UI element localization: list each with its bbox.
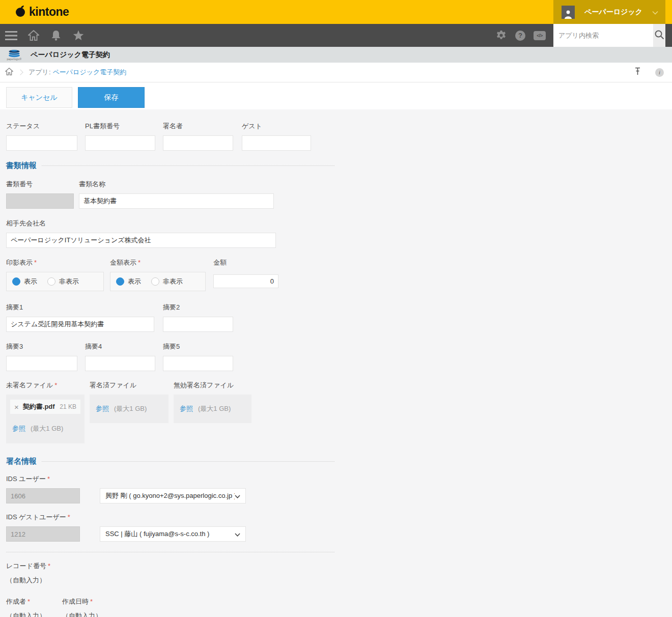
partner-company-label: 相手先会社名	[6, 219, 276, 228]
app-header: paperlogic® ペーパロジック電子契約	[0, 47, 672, 63]
user-avatar-icon	[562, 6, 575, 19]
help-icon[interactable]: ?	[513, 29, 527, 43]
file-size-limit: (最大1 GB)	[114, 404, 147, 413]
summary2-label: 摘要2	[163, 303, 233, 312]
pin-icon[interactable]	[634, 67, 641, 77]
top-bar: kintone ペーパーロジック	[0, 0, 672, 24]
created-at-label: 作成日時*	[62, 598, 93, 605]
invalid-signed-file-browse-link[interactable]: 参照	[180, 404, 193, 413]
section-doc-info-title: 書類情報	[6, 161, 37, 171]
radio-unselected-icon	[151, 277, 159, 286]
summary4-label: 摘要4	[85, 342, 155, 351]
kintone-logo-icon	[15, 5, 26, 19]
invalid-signed-file-dropzone: 参照 (最大1 GB)	[174, 395, 251, 423]
stamp-display-option-hide[interactable]: 非表示	[47, 277, 79, 286]
notifications-bell-icon[interactable]	[49, 29, 63, 43]
paperlogic-logo-caption: paperlogic®	[7, 58, 22, 61]
action-bar: キャンセル 保存	[0, 82, 672, 109]
status-input[interactable]	[6, 135, 77, 151]
brand-name: kintone	[29, 5, 69, 19]
required-mark: *	[54, 381, 57, 389]
summary3-input[interactable]	[6, 356, 77, 371]
ids-user-code-input	[6, 488, 80, 503]
hamburger-menu-icon[interactable]	[4, 29, 18, 43]
kintone-logo[interactable]: kintone	[15, 5, 69, 19]
breadcrumb-home-icon[interactable]	[5, 68, 13, 77]
remove-file-icon[interactable]: ×	[14, 403, 19, 411]
amount-label: 金額	[213, 258, 278, 267]
search-button[interactable]	[653, 24, 665, 47]
doc-name-label: 書類名称	[79, 180, 274, 189]
ids-guest-user-label: IDS ゲストユーザー*	[6, 513, 672, 522]
radio-selected-icon	[12, 277, 20, 286]
doc-name-input[interactable]	[79, 193, 274, 209]
breadcrumb-prefix: アプリ:	[29, 68, 51, 77]
amount-display-option-hide[interactable]: 非表示	[151, 277, 183, 286]
summary1-input[interactable]	[6, 317, 154, 332]
cancel-button[interactable]: キャンセル	[6, 87, 72, 108]
record-no-value: （自動入力）	[6, 576, 672, 585]
search-input[interactable]	[553, 24, 653, 47]
invalid-signed-file-label: 無効署名済ファイル	[174, 381, 251, 390]
attached-file: × 契約書.pdf 21 KB	[10, 400, 80, 414]
global-toolbar: ? </>	[0, 24, 672, 47]
ids-user-label: IDS ユーザー*	[6, 474, 672, 484]
amount-display-option-show[interactable]: 表示	[116, 277, 141, 286]
app-title: ペーパロジック電子契約	[31, 50, 110, 60]
stamp-display-option-show[interactable]: 表示	[12, 277, 37, 286]
required-mark: *	[27, 598, 30, 605]
save-button[interactable]: 保存	[78, 87, 145, 108]
record-edit-form: ステータス PL書類番号 署名者 ゲスト 書類情報 書類番号 書類名称	[0, 109, 672, 617]
pl-doc-no-label: PL書類番号	[85, 122, 155, 131]
code-api-icon[interactable]: </>	[533, 29, 547, 43]
section-sign-info: 署名情報	[6, 457, 334, 466]
guest-input[interactable]	[242, 135, 311, 151]
summary1-label: 摘要1	[6, 303, 154, 312]
created-at-value: （自動入力）	[62, 611, 102, 617]
signed-file-dropzone: 参照 (最大1 GB)	[90, 395, 169, 423]
favorites-star-icon[interactable]	[71, 29, 86, 43]
search-icon	[654, 30, 664, 41]
file-size-limit: (最大1 GB)	[31, 424, 63, 433]
select-chevron-icon	[235, 529, 240, 539]
unsigned-file-browse-link[interactable]: 参照	[12, 424, 25, 433]
user-menu[interactable]: ペーパーロジック	[553, 0, 665, 24]
breadcrumb-app-link[interactable]: ペーパロジック電子契約	[53, 68, 127, 77]
settings-gear-icon[interactable]	[494, 29, 508, 43]
info-icon[interactable]: i	[655, 68, 664, 77]
required-mark: *	[68, 513, 70, 521]
file-name[interactable]: 契約書.pdf	[23, 402, 55, 411]
required-mark: *	[48, 562, 50, 570]
summary5-label: 摘要5	[163, 342, 233, 351]
ids-user-select[interactable]: 興野 剛 ( go.kyono+2@sys.paperlogic.co.jp )	[100, 488, 246, 503]
stamp-display-radio-group: 表示 非表示	[6, 272, 104, 291]
doc-no-input	[6, 193, 74, 209]
user-name: ペーパーロジック	[575, 8, 652, 17]
radio-selected-icon	[116, 277, 124, 286]
creator-value: （自動入力）	[6, 611, 62, 617]
app-search	[553, 24, 665, 47]
required-mark: *	[90, 598, 93, 605]
required-mark: *	[34, 259, 37, 266]
chevron-down-icon	[652, 8, 658, 17]
pl-doc-no-input[interactable]	[85, 135, 155, 151]
ids-guest-user-code-input	[6, 526, 80, 542]
select-chevron-icon	[235, 491, 240, 500]
summary4-input[interactable]	[85, 356, 155, 371]
home-icon[interactable]	[26, 29, 41, 43]
breadcrumb-separator-icon	[17, 69, 23, 75]
section-doc-info: 書類情報	[6, 161, 334, 171]
ids-guest-user-select[interactable]: SSC | 藤山 ( fujiyama@s-s-c.co.th )	[100, 526, 246, 542]
signer-label: 署名者	[163, 122, 233, 131]
stamp-display-label: 印影表示*	[6, 258, 104, 267]
amount-display-radio-group: 表示 非表示	[110, 272, 206, 291]
record-no-label: レコード番号*	[6, 562, 50, 570]
summary5-input[interactable]	[163, 356, 233, 371]
summary2-input[interactable]	[163, 317, 233, 332]
signed-file-browse-link[interactable]: 参照	[96, 404, 109, 413]
breadcrumb: アプリ: ペーパロジック電子契約 i	[0, 63, 672, 82]
unsigned-file-label: 未署名ファイル*	[6, 381, 85, 390]
signer-input[interactable]	[163, 135, 233, 151]
partner-company-input[interactable]	[6, 233, 276, 248]
amount-input[interactable]	[213, 274, 278, 288]
